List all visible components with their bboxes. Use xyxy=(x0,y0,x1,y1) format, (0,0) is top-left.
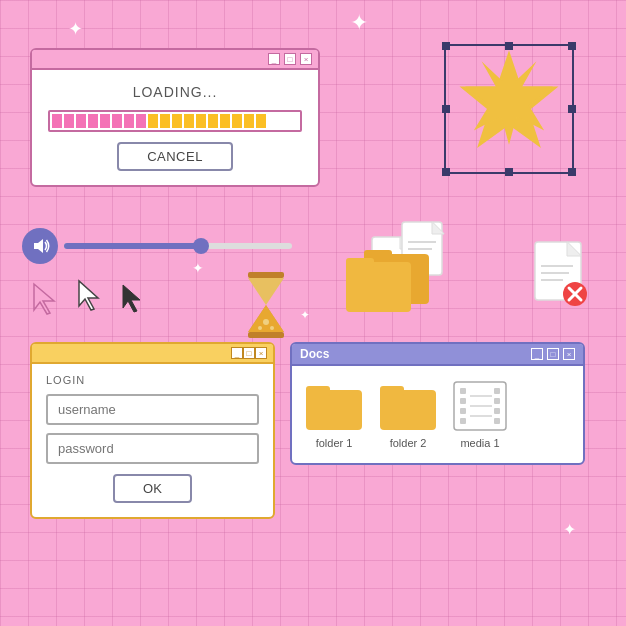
close-button[interactable]: × xyxy=(300,53,312,65)
selection-handle[interactable] xyxy=(568,168,576,176)
svg-marker-1 xyxy=(34,239,43,253)
pink-cursor-icon xyxy=(30,280,58,316)
login-body: LOGIN OK xyxy=(32,364,273,517)
sparkle-icon: ✦ xyxy=(563,520,576,539)
svg-rect-41 xyxy=(494,388,500,394)
ok-button[interactable]: OK xyxy=(113,474,192,503)
svg-rect-38 xyxy=(460,398,466,404)
selection-handle[interactable] xyxy=(505,168,513,176)
svg-point-10 xyxy=(263,319,269,325)
docs-titlebar-buttons: _ □ × xyxy=(531,348,575,360)
login-maximize-button[interactable]: □ xyxy=(243,347,255,359)
login-label: LOGIN xyxy=(46,374,259,386)
login-minimize-button[interactable]: _ xyxy=(231,347,243,359)
progress-fill xyxy=(50,112,250,130)
svg-point-11 xyxy=(258,326,262,330)
progress-bar xyxy=(48,110,302,132)
selection-handle[interactable] xyxy=(568,42,576,50)
volume-slider xyxy=(22,228,292,264)
svg-marker-2 xyxy=(34,284,54,314)
cancel-button[interactable]: CANCEL xyxy=(117,142,233,171)
svg-rect-43 xyxy=(494,408,500,414)
svg-rect-40 xyxy=(460,418,466,424)
selection-handle[interactable] xyxy=(442,42,450,50)
sparkle-icon: ✦ xyxy=(300,308,310,322)
dark-cursor-icon xyxy=(120,282,144,314)
svg-rect-35 xyxy=(380,386,404,396)
folder-stack xyxy=(334,246,444,325)
docs-title: Docs xyxy=(300,347,329,361)
speaker-icon xyxy=(22,228,58,264)
svg-rect-6 xyxy=(248,332,284,338)
docs-body: folder 1 folder 2 xyxy=(292,366,583,463)
sparkle-icon: ✦ xyxy=(68,18,83,40)
cursor-area xyxy=(30,278,144,316)
maximize-button[interactable]: □ xyxy=(284,53,296,65)
docs-titlebar: Docs _ □ × xyxy=(292,344,583,366)
error-document xyxy=(533,240,588,305)
white-cursor-icon xyxy=(76,278,102,312)
hourglass-icon xyxy=(240,270,292,350)
selection-handle[interactable] xyxy=(442,105,450,113)
password-input[interactable] xyxy=(46,433,259,464)
svg-rect-5 xyxy=(248,272,284,278)
folder-1-item[interactable]: folder 1 xyxy=(304,380,364,449)
media-1-label: media 1 xyxy=(460,437,499,449)
selection-handle[interactable] xyxy=(505,42,513,50)
svg-marker-9 xyxy=(248,305,284,332)
slider-fill xyxy=(64,243,201,249)
folder-1-label: folder 1 xyxy=(316,437,353,449)
login-close-button[interactable]: × xyxy=(255,347,267,359)
minimize-button[interactable]: _ xyxy=(268,53,280,65)
docs-close-button[interactable]: × xyxy=(563,348,575,360)
slider-thumb[interactable] xyxy=(193,238,209,254)
svg-rect-33 xyxy=(306,386,330,396)
sparkle-icon: ✦ xyxy=(350,10,368,36)
selection-handle[interactable] xyxy=(568,105,576,113)
username-input[interactable] xyxy=(46,394,259,425)
docs-minimize-button[interactable]: _ xyxy=(531,348,543,360)
folder-2-label: folder 2 xyxy=(390,437,427,449)
loading-titlebar: _ □ × xyxy=(32,50,318,70)
slider-track[interactable] xyxy=(64,243,292,249)
svg-marker-3 xyxy=(79,281,98,310)
svg-marker-7 xyxy=(248,278,284,305)
docs-window: Docs _ □ × folder 1 folder 2 xyxy=(290,342,585,465)
loading-window: _ □ × LOADING... xyxy=(30,48,320,187)
loading-text: LOADING... xyxy=(133,84,218,100)
login-window: _ □ × LOGIN OK xyxy=(30,342,275,519)
selection-box xyxy=(444,44,574,174)
svg-rect-42 xyxy=(494,398,500,404)
folder-2-item[interactable]: folder 2 xyxy=(378,380,438,449)
loading-body: LOADING... xyxy=(32,70,318,185)
media-1-item[interactable]: media 1 xyxy=(452,380,508,449)
svg-rect-24 xyxy=(346,258,374,268)
login-titlebar: _ □ × xyxy=(32,344,273,364)
svg-rect-44 xyxy=(494,418,500,424)
svg-rect-23 xyxy=(346,262,411,312)
svg-rect-39 xyxy=(460,408,466,414)
docs-maximize-button[interactable]: □ xyxy=(547,348,559,360)
svg-marker-4 xyxy=(123,285,140,312)
selection-handle[interactable] xyxy=(442,168,450,176)
svg-rect-37 xyxy=(460,388,466,394)
svg-point-12 xyxy=(270,326,274,330)
